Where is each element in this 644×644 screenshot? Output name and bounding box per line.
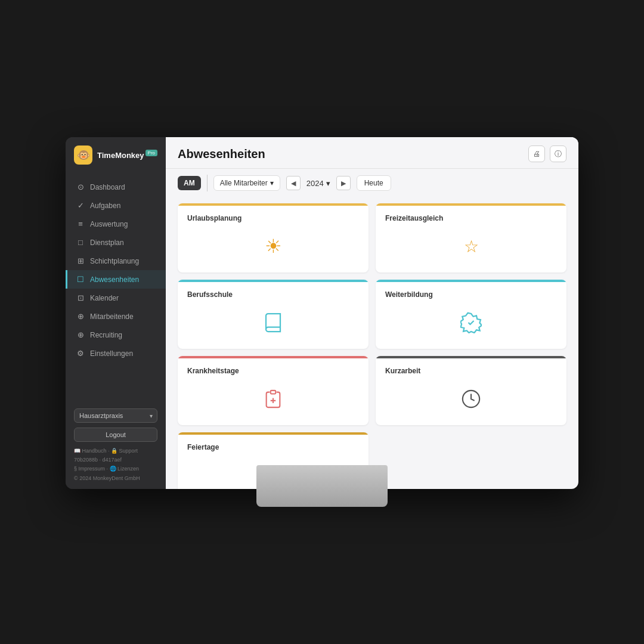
card-icon-area-kurzarbeit	[385, 385, 557, 413]
schichtplanung-icon: ⊞	[76, 256, 85, 265]
dienstplan-icon: □	[76, 238, 85, 247]
card-weiterbildung[interactable]: Weiterbildung	[376, 280, 566, 349]
year-chevron-icon: ▾	[326, 179, 330, 188]
logout-button[interactable]: Logout	[74, 428, 157, 442]
next-arrow-button[interactable]: ▶	[336, 176, 351, 190]
sidebar-label-dienstplan: Dienstplan	[90, 239, 124, 247]
card-body-kurzarbeit: Kurzarbeit	[376, 358, 566, 425]
sidebar-item-schichtplanung[interactable]: ⊞ Schichtplanung	[66, 252, 166, 270]
card-title-feiertage: Feiertage	[187, 443, 219, 451]
info-button[interactable]: ⓘ	[550, 145, 566, 162]
version-hash: 70b2088b · d417aef	[74, 457, 122, 463]
year-selector[interactable]: 2024 ▾	[306, 179, 330, 188]
card-title-freizeitausgleich: Freizeitausgleich	[385, 214, 443, 222]
clipboard-plus-icon	[263, 389, 283, 409]
card-icon-area-urlaubsplanung: ☀	[187, 232, 359, 261]
card-body-urlaubsplanung: Urlaubsplanung ☀	[178, 206, 369, 273]
page-title: Abwesenheiten	[178, 147, 265, 161]
card-icon-area-freizeitausgleich: ☆	[385, 232, 557, 261]
am-badge: AM	[178, 176, 201, 190]
sidebar-label-auswertung: Auswertung	[90, 220, 128, 228]
prev-arrow-button[interactable]: ◀	[286, 176, 301, 190]
sidebar-footer: Hausarztpraxis ▾ Logout 📖 Handbuch · 🔒 S…	[66, 402, 166, 489]
sidebar-item-dashboard[interactable]: ⊙ Dashboard	[66, 178, 166, 196]
card-kurzarbeit[interactable]: Kurzarbeit	[376, 356, 566, 425]
info-icon: ⓘ	[555, 149, 562, 159]
sidebar-item-mitarbeitende[interactable]: ⊕ Mitarbeitende	[66, 307, 166, 326]
card-berufsschule[interactable]: Berufsschule	[178, 280, 369, 349]
toolbar: AM Alle Mitarbeiter ▾ ◀ 2024 ▾ ▶ Heute	[166, 169, 578, 197]
card-urlaubsplanung[interactable]: Urlaubsplanung ☀	[178, 203, 369, 273]
print-button[interactable]: 🖨	[528, 145, 545, 162]
mitarbeitende-icon: ⊕	[76, 312, 85, 321]
header-icons: 🖨 ⓘ	[528, 145, 566, 162]
lizenzen-link[interactable]: 🌐 Lizenzen	[110, 466, 140, 472]
cards-grid: Urlaubsplanung ☀ Freizeitausgleich ☆	[178, 203, 566, 489]
sun-icon: ☀	[265, 235, 282, 258]
sidebar-label-mitarbeitende: Mitarbeitende	[90, 312, 134, 321]
filter-label: Alle Mitarbeiter	[220, 179, 268, 187]
card-title-berufsschule: Berufsschule	[187, 290, 233, 299]
right-arrow-icon: ▶	[341, 179, 346, 187]
card-body-freizeitausgleich: Freizeitausgleich ☆	[376, 206, 566, 273]
handbuch-link[interactable]: 📖 Handbuch	[74, 448, 107, 454]
copyright: © 2024 MonkeyDent GmbH	[74, 475, 140, 481]
heute-button[interactable]: Heute	[357, 175, 391, 191]
svg-rect-0	[271, 391, 276, 394]
left-arrow-icon: ◀	[291, 179, 296, 187]
sidebar: 🐵 TimeMonkeyPro ⊙ Dashboard ✓ Aufgaben ≡…	[66, 137, 166, 489]
filter-chevron-icon: ▾	[270, 179, 274, 187]
card-title-urlaubsplanung: Urlaubsplanung	[187, 214, 242, 222]
card-icon-area-krankheitstage	[187, 385, 359, 413]
sidebar-label-dashboard: Dashboard	[90, 183, 125, 191]
sidebar-label-aufgaben: Aufgaben	[90, 202, 120, 210]
sidebar-nav: ⊙ Dashboard ✓ Aufgaben ≡ Auswertung □ Di…	[66, 173, 166, 402]
sidebar-label-einstellungen: Einstellungen	[90, 349, 133, 358]
main-header: Abwesenheiten 🖨 ⓘ	[166, 137, 578, 169]
card-icon-area-berufsschule	[187, 308, 359, 337]
book-icon	[262, 312, 284, 333]
card-title-krankheitstage: Krankheitstage	[187, 367, 239, 375]
sidebar-label-abwesenheiten: Abwesenheiten	[90, 275, 139, 284]
card-body-berufsschule: Berufsschule	[178, 282, 369, 349]
sidebar-label-recruiting: Recruiting	[90, 331, 122, 339]
app-logo: 🐵 TimeMonkeyPro	[66, 137, 166, 173]
card-krankheitstage[interactable]: Krankheitstage	[178, 356, 369, 425]
einstellungen-icon: ⚙	[76, 349, 85, 358]
card-title-weiterbildung: Weiterbildung	[385, 290, 433, 299]
sidebar-item-auswertung[interactable]: ≡ Auswertung	[66, 215, 166, 233]
sidebar-item-abwesenheiten[interactable]: ☐ Abwesenheiten	[66, 270, 166, 289]
star-icon: ☆	[464, 237, 479, 256]
card-body-krankheitstage: Krankheitstage	[178, 358, 369, 425]
workspace-select[interactable]: Hausarztpraxis	[74, 408, 157, 423]
filter-dropdown[interactable]: Alle Mitarbeiter ▾	[213, 175, 280, 191]
clock-icon	[461, 389, 481, 409]
pro-badge: Pro	[145, 150, 157, 156]
sidebar-item-kalender[interactable]: ⊡ Kalender	[66, 289, 166, 307]
sidebar-item-recruiting[interactable]: ⊕ Recruiting	[66, 326, 166, 344]
card-body-weiterbildung: Weiterbildung	[376, 282, 566, 349]
card-freizeitausgleich[interactable]: Freizeitausgleich ☆	[376, 203, 566, 273]
monitor-stand	[256, 465, 388, 507]
aufgaben-icon: ✓	[76, 201, 85, 210]
abwesenheiten-icon: ☐	[76, 275, 85, 284]
badge-check-icon	[460, 312, 482, 333]
sidebar-item-aufgaben[interactable]: ✓ Aufgaben	[66, 196, 166, 215]
sidebar-item-einstellungen[interactable]: ⚙ Einstellungen	[66, 344, 166, 363]
workspace-selector[interactable]: Hausarztpraxis ▾	[74, 408, 157, 423]
card-title-kurzarbeit: Kurzarbeit	[385, 367, 420, 375]
app-name: TimeMonkey	[97, 151, 144, 160]
support-link[interactable]: 🔒 Support	[111, 448, 138, 454]
sidebar-label-schichtplanung: Schichtplanung	[90, 257, 139, 265]
recruiting-icon: ⊕	[76, 330, 85, 339]
auswertung-icon: ≡	[76, 219, 85, 228]
main-content: Abwesenheiten 🖨 ⓘ AM Alle Mitarbeiter ▾	[166, 137, 578, 489]
card-icon-area-weiterbildung	[385, 308, 557, 337]
cards-area: Urlaubsplanung ☀ Freizeitausgleich ☆	[166, 197, 578, 489]
sidebar-label-kalender: Kalender	[90, 294, 119, 302]
logo-icon: 🐵	[74, 145, 92, 165]
sidebar-item-dienstplan[interactable]: □ Dienstplan	[66, 233, 166, 252]
toolbar-divider	[207, 175, 208, 191]
kalender-icon: ⊡	[76, 293, 85, 302]
impressum-link[interactable]: § Impressum	[74, 466, 105, 472]
